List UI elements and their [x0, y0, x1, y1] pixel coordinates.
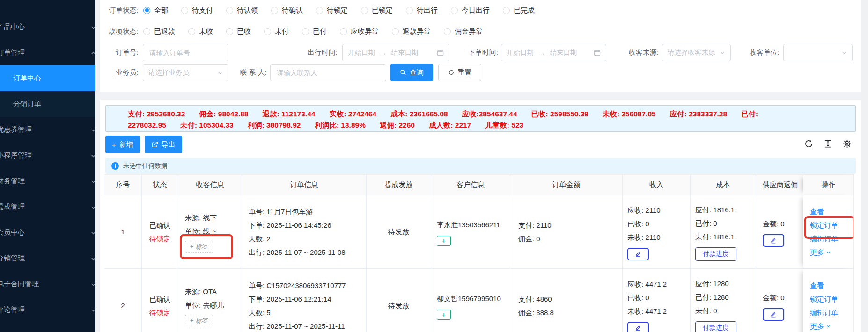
add-order-button[interactable]: + 新增: [105, 136, 140, 153]
filter-panel: 订单状态: 全部 待支付 待认领 待确认 待锁定 已锁定 待出行 今日出行 已完…: [100, 0, 861, 92]
stat-item: 已付:: [741, 108, 758, 120]
radio-option-refund-abnormal[interactable]: 退款异常: [392, 27, 431, 36]
radio-option-today-travel[interactable]: 今日出行: [451, 6, 490, 15]
edit-rebate-button[interactable]: [763, 234, 784, 247]
cell-customer-source: 来源: 线下 单位: 线下 +标签: [178, 195, 242, 268]
cell-income: 应收: 4471.2 已收: 0 未收: 4471.2: [623, 269, 691, 332]
scrollbar-gutter[interactable]: [861, 0, 868, 332]
sidebar-item-product-center[interactable]: 产品中心: [0, 14, 95, 40]
cell-supplier-rebate: 金额: 0: [756, 269, 803, 332]
stat-item: 应收:2854637.44: [462, 108, 517, 120]
settings-gear-icon[interactable]: [842, 139, 852, 149]
sidebar-item-distribution-orders[interactable]: 分销订单: [0, 91, 95, 117]
radio-option-pending-confirm[interactable]: 待确认: [271, 6, 303, 15]
radio-option-pending-claim[interactable]: 待认领: [226, 6, 258, 15]
stat-item: 成本: 2361665.08: [390, 108, 448, 120]
row-density-icon[interactable]: [823, 139, 833, 149]
edit-order-link[interactable]: 编辑订单: [810, 232, 838, 245]
order-no-field[interactable]: [143, 44, 228, 61]
customer-unit-select[interactable]: [783, 44, 853, 61]
radio-option-refunded[interactable]: 已退款: [143, 27, 175, 36]
radio-option-completed[interactable]: 已完成: [503, 6, 535, 15]
cell-cost: 应付: 1280 已付: 1280 未付: 0 付款进度: [691, 269, 756, 332]
add-customer-button[interactable]: +: [437, 310, 451, 320]
sidebar-item-review-management[interactable]: 评论管理: [0, 297, 95, 323]
info-icon: i: [111, 162, 119, 170]
radio-option-pending-travel[interactable]: 待出行: [406, 6, 438, 15]
pencil-icon: [634, 250, 642, 258]
order-no-input[interactable]: [148, 49, 223, 57]
radio-option-unreceived[interactable]: 未收: [188, 27, 213, 36]
sidebar-item-miniprogram-management[interactable]: 小程序管理: [0, 143, 95, 168]
cell-order-amount: 支付: 4860 佣金: 388.8: [510, 269, 623, 332]
search-button[interactable]: 查询: [390, 64, 433, 81]
add-tag-button[interactable]: +标签: [185, 241, 213, 253]
lock-order-link[interactable]: 锁定订单: [810, 292, 838, 306]
export-icon: [152, 141, 158, 148]
radio-icon: [143, 28, 150, 35]
cell-actions: 查看 锁定订单 编辑订单 更多: [803, 269, 853, 332]
payment-progress-button[interactable]: 付款进度: [695, 247, 736, 261]
table-row: 2 已确认 待锁定 来源: OTA 单位: 去哪儿 +标签 单号: C15702…: [104, 269, 853, 332]
sidebar-menu: 产品中心 订单管理 订单中心 分销订单 优惠券管理 小程序管理: [0, 0, 95, 323]
add-tag-button[interactable]: +标签: [185, 315, 213, 326]
payment-progress-button[interactable]: 付款进度: [695, 321, 736, 332]
cell-commission-status: 待发放: [367, 195, 431, 268]
contact-field[interactable]: [270, 64, 386, 81]
radio-option-unpaid[interactable]: 未付: [264, 27, 289, 36]
table-toolbar: + 新增 导出: [105, 136, 856, 153]
cell-customer-source: 来源: OTA 单位: 去哪儿 +标签: [178, 269, 242, 332]
radio-option-pending-payment[interactable]: 待支付: [181, 6, 213, 15]
edit-order-link[interactable]: 编辑订单: [810, 306, 838, 319]
refresh-icon[interactable]: [804, 139, 814, 149]
radio-option-all[interactable]: 全部: [143, 6, 168, 15]
edit-income-button[interactable]: [627, 322, 649, 332]
stat-item: 2278032.95: [128, 120, 166, 131]
order-status-label: 订单状态:: [100, 6, 139, 15]
chevron-down-icon: [826, 250, 831, 255]
radio-option-paid[interactable]: 已付: [302, 27, 327, 36]
edit-income-button[interactable]: [627, 248, 649, 260]
sidebar-item-order-center[interactable]: 订单中心: [0, 65, 95, 91]
radio-option-pending-lock[interactable]: 待锁定: [316, 6, 348, 15]
stat-item: 应付: 2383337.28: [670, 108, 727, 120]
header-order-amount: 订单金额: [510, 175, 623, 195]
cell-index: 2: [104, 269, 142, 332]
reset-button[interactable]: 重置: [438, 64, 481, 81]
more-link[interactable]: 更多: [810, 319, 831, 332]
radio-option-receivable-abnormal[interactable]: 应收异常: [340, 27, 379, 36]
add-customer-button[interactable]: +: [437, 236, 451, 246]
travel-end-placeholder: 结束日期: [391, 48, 419, 57]
radio-option-locked[interactable]: 已锁定: [361, 6, 393, 15]
sidebar-item-commission-management[interactable]: 提成管理: [0, 194, 95, 220]
stat-item: 未付: 105304.33: [180, 120, 234, 131]
order-time-label: 下单时间:: [427, 44, 498, 61]
chevron-down-icon: [90, 256, 95, 262]
contact-input[interactable]: [276, 69, 381, 77]
stat-item: 退款: 112173.44: [262, 108, 315, 120]
radio-option-commission-abnormal[interactable]: 佣金异常: [444, 27, 483, 36]
lock-order-link[interactable]: 锁定订单: [810, 218, 838, 232]
pencil-icon: [770, 310, 777, 318]
travel-start-placeholder: 开始日期: [348, 48, 375, 57]
chevron-down-icon: [90, 153, 95, 159]
sidebar-item-order-management[interactable]: 订单管理: [0, 40, 95, 65]
header-customer-source: 收客信息: [178, 175, 242, 195]
sidebar-item-finance-management[interactable]: 财务管理: [0, 168, 95, 194]
sidebar-item-coupon-management[interactable]: 优惠券管理: [0, 117, 95, 143]
radio-option-received[interactable]: 已收: [226, 27, 251, 36]
view-link[interactable]: 查看: [810, 205, 824, 218]
chevron-down-icon: [90, 204, 95, 210]
sidebar-item-econtract-management[interactable]: 电子合同管理: [0, 271, 95, 297]
radio-icon: [271, 7, 278, 14]
radio-icon: [406, 7, 413, 14]
radio-icon: [392, 28, 399, 35]
stat-item: 实收: 2742464: [329, 108, 376, 120]
sidebar-item-member-center[interactable]: 会员中心: [0, 220, 95, 245]
more-link[interactable]: 更多: [810, 245, 831, 259]
edit-rebate-button[interactable]: [763, 308, 784, 321]
view-link[interactable]: 查看: [810, 279, 824, 292]
export-button[interactable]: 导出: [145, 136, 182, 153]
sidebar-item-distribution-management[interactable]: 分销管理: [0, 245, 95, 271]
cell-commission-status: 待发放: [367, 269, 431, 332]
